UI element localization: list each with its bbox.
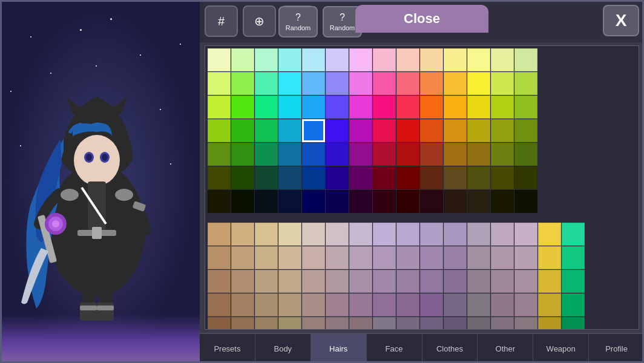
color-cell[interactable] — [255, 166, 278, 189]
color-cell[interactable] — [420, 293, 443, 316]
color-cell[interactable] — [208, 223, 231, 246]
color-cell[interactable] — [396, 72, 419, 95]
color-cell[interactable] — [255, 72, 278, 95]
color-cell[interactable] — [349, 270, 372, 293]
color-cell[interactable] — [491, 96, 514, 119]
color-cell[interactable] — [326, 317, 349, 330]
color-cell[interactable] — [231, 190, 254, 213]
color-cell[interactable] — [373, 317, 396, 330]
color-cell[interactable] — [444, 223, 467, 246]
color-cell[interactable] — [255, 143, 278, 166]
color-cell[interactable] — [302, 96, 325, 119]
color-cell[interactable] — [514, 223, 537, 246]
color-cell[interactable] — [326, 143, 349, 166]
color-cell[interactable] — [231, 166, 254, 189]
color-cell[interactable] — [491, 190, 514, 213]
color-cell[interactable] — [373, 190, 396, 213]
color-cell[interactable] — [538, 270, 561, 293]
hash-button[interactable]: # — [205, 5, 238, 37]
color-cell[interactable] — [255, 317, 278, 330]
color-cell[interactable] — [514, 96, 537, 119]
color-cell[interactable] — [349, 293, 372, 316]
color-cell[interactable] — [208, 190, 231, 213]
color-cell[interactable] — [444, 48, 467, 71]
color-cell[interactable] — [538, 223, 561, 246]
color-cell[interactable] — [278, 223, 301, 246]
color-cell[interactable] — [302, 270, 325, 293]
color-cell[interactable] — [302, 119, 325, 142]
color-cell[interactable] — [444, 143, 467, 166]
color-cell[interactable] — [349, 246, 372, 269]
color-cell[interactable] — [278, 166, 301, 189]
color-cell[interactable] — [278, 72, 301, 95]
color-cell[interactable] — [326, 119, 349, 142]
color-cell[interactable] — [444, 166, 467, 189]
color-cell[interactable] — [444, 72, 467, 95]
color-cell[interactable] — [514, 166, 537, 189]
color-cell[interactable] — [231, 48, 254, 71]
color-cell[interactable] — [538, 293, 561, 316]
color-cell[interactable] — [396, 96, 419, 119]
color-cell[interactable] — [562, 246, 585, 269]
color-cell[interactable] — [231, 119, 254, 142]
color-cell[interactable] — [420, 119, 443, 142]
color-cell[interactable] — [349, 119, 372, 142]
color-cell[interactable] — [396, 293, 419, 316]
color-cell[interactable] — [208, 293, 231, 316]
color-cell[interactable] — [373, 293, 396, 316]
color-cell[interactable] — [326, 48, 349, 71]
color-cell[interactable] — [491, 223, 514, 246]
color-cell[interactable] — [278, 48, 301, 71]
color-cell[interactable] — [349, 72, 372, 95]
tab-face[interactable]: Face — [367, 334, 422, 363]
color-cell[interactable] — [467, 119, 490, 142]
color-cell[interactable] — [326, 190, 349, 213]
color-cell[interactable] — [231, 223, 254, 246]
color-cell[interactable] — [467, 270, 490, 293]
close-banner[interactable]: Close — [355, 5, 488, 33]
color-cell[interactable] — [396, 317, 419, 330]
tab-presets[interactable]: Presets — [200, 334, 255, 363]
color-cell[interactable] — [491, 119, 514, 142]
color-cell[interactable] — [467, 190, 490, 213]
color-cell[interactable] — [278, 119, 301, 142]
random-button-1[interactable]: ? Random — [278, 6, 318, 38]
color-cell[interactable] — [278, 246, 301, 269]
color-cell[interactable] — [278, 143, 301, 166]
color-cell[interactable] — [255, 223, 278, 246]
color-cell[interactable] — [444, 317, 467, 330]
color-cell[interactable] — [420, 317, 443, 330]
color-cell[interactable] — [514, 317, 537, 330]
color-cell[interactable] — [491, 143, 514, 166]
color-cell[interactable] — [420, 190, 443, 213]
color-cell[interactable] — [538, 317, 561, 330]
color-cell[interactable] — [562, 317, 585, 330]
color-cell[interactable] — [255, 119, 278, 142]
color-cell[interactable] — [514, 293, 537, 316]
color-cell[interactable] — [396, 143, 419, 166]
color-cell[interactable] — [231, 72, 254, 95]
color-cell[interactable] — [349, 223, 372, 246]
color-cell[interactable] — [302, 246, 325, 269]
color-cell[interactable] — [349, 96, 372, 119]
color-cell[interactable] — [208, 166, 231, 189]
color-cell[interactable] — [302, 166, 325, 189]
color-cell[interactable] — [208, 317, 231, 330]
color-cell[interactable] — [444, 190, 467, 213]
color-cell[interactable] — [231, 317, 254, 330]
color-cell[interactable] — [373, 96, 396, 119]
color-cell[interactable] — [514, 246, 537, 269]
color-cell[interactable] — [208, 48, 231, 71]
color-cell[interactable] — [278, 190, 301, 213]
color-cell[interactable] — [278, 96, 301, 119]
color-cell[interactable] — [326, 293, 349, 316]
tab-weapon[interactable]: Weapon — [533, 334, 589, 363]
color-cell[interactable] — [231, 293, 254, 316]
color-cell[interactable] — [491, 317, 514, 330]
color-cell[interactable] — [444, 270, 467, 293]
color-cell[interactable] — [373, 48, 396, 71]
color-cell[interactable] — [326, 96, 349, 119]
color-cell[interactable] — [208, 143, 231, 166]
color-cell[interactable] — [231, 143, 254, 166]
color-cell[interactable] — [208, 270, 231, 293]
